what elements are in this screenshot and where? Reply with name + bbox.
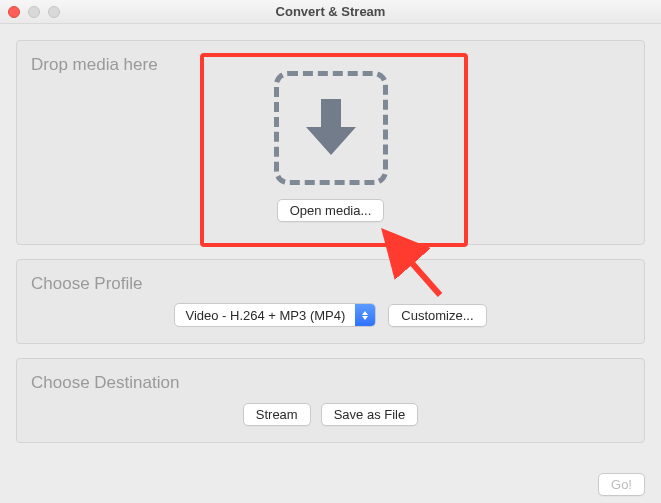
drop-zone[interactable] xyxy=(274,71,388,185)
drop-media-panel: Drop media here Open media... xyxy=(16,40,645,245)
choose-profile-title: Choose Profile xyxy=(31,274,143,294)
content: Drop media here Open media... Choose Pro… xyxy=(0,24,661,473)
save-as-file-button[interactable]: Save as File xyxy=(321,403,419,426)
zoom-window-button[interactable] xyxy=(48,6,60,18)
choose-destination-title: Choose Destination xyxy=(31,373,179,393)
titlebar: Convert & Stream xyxy=(0,0,661,24)
minimize-window-button[interactable] xyxy=(28,6,40,18)
customize-button[interactable]: Customize... xyxy=(388,304,486,327)
profile-select-value: Video - H.264 + MP3 (MP4) xyxy=(175,308,355,323)
choose-destination-panel: Choose Destination Stream Save as File xyxy=(16,358,645,443)
drop-media-title: Drop media here xyxy=(31,55,158,75)
footer: Go! xyxy=(0,473,661,496)
close-window-button[interactable] xyxy=(8,6,20,18)
window-title: Convert & Stream xyxy=(0,4,661,19)
select-caret-icon xyxy=(355,304,375,326)
choose-profile-panel: Choose Profile Video - H.264 + MP3 (MP4)… xyxy=(16,259,645,344)
stream-button[interactable]: Stream xyxy=(243,403,311,426)
traffic-lights xyxy=(8,6,60,18)
down-arrow-icon xyxy=(304,95,358,162)
profile-select[interactable]: Video - H.264 + MP3 (MP4) xyxy=(174,303,376,327)
open-media-button[interactable]: Open media... xyxy=(277,199,385,222)
go-button[interactable]: Go! xyxy=(598,473,645,496)
